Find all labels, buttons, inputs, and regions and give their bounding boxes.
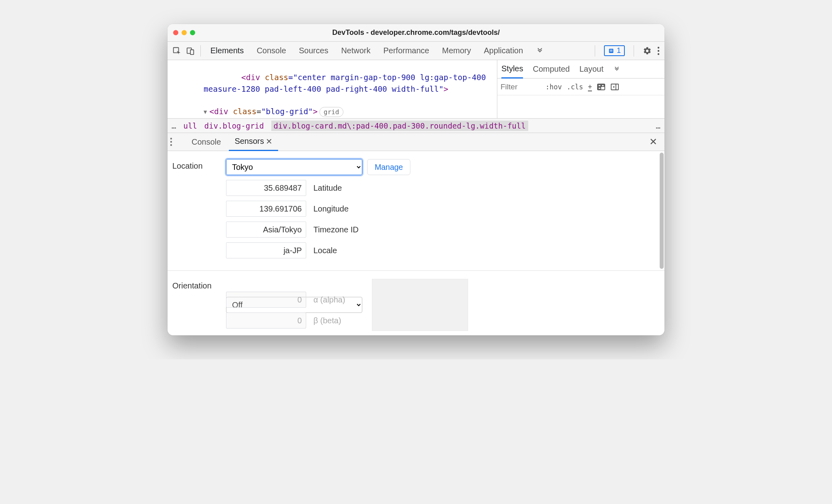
toggle-computed-sidebar-icon[interactable] [610, 83, 619, 91]
close-window-button[interactable] [173, 30, 178, 35]
issues-badge[interactable]: 1 [604, 45, 625, 56]
tab-sources[interactable]: Sources [293, 42, 335, 60]
tab-application[interactable]: Application [477, 42, 529, 60]
styles-toolbar: :hov .cls + [497, 79, 664, 95]
styles-panel: Styles Computed Layout :hov .cls + [497, 60, 664, 118]
location-select[interactable]: Tokyo [226, 159, 362, 175]
dom-tree[interactable]: <div class="center margin-gap-top-900 lg… [168, 60, 497, 118]
svg-rect-2 [190, 50, 194, 54]
svg-rect-4 [610, 50, 613, 50]
alpha-input [226, 292, 306, 308]
zoom-window-button[interactable] [190, 30, 195, 35]
breadcrumb-item-selected[interactable]: div.blog-card.md\:pad-400.pad-300.rounde… [271, 121, 528, 131]
svg-rect-10 [598, 85, 601, 87]
location-section: Location Tokyo Manage Latitude Longitude [172, 159, 660, 258]
cls-toggle[interactable]: .cls [567, 83, 583, 91]
breadcrumb-item[interactable]: div.blog-grid [204, 121, 264, 130]
longitude-label: Longitude [313, 204, 349, 214]
locale-label: Locale [313, 246, 337, 255]
breadcrumb-overflow-left[interactable]: … [172, 121, 176, 130]
svg-point-17 [170, 144, 172, 146]
latitude-label: Latitude [313, 183, 342, 193]
svg-point-8 [658, 53, 659, 54]
beta-label: β (beta) [313, 316, 341, 325]
more-menu-icon[interactable] [657, 46, 660, 55]
dom-breadcrumb: … ull div.blog-grid div.blog-card.md\:pa… [168, 118, 664, 133]
drawer-tab-label: Sensors [234, 137, 264, 146]
timezone-input[interactable] [226, 222, 306, 238]
tab-console[interactable]: Console [250, 42, 292, 60]
beta-input [226, 312, 306, 329]
svg-point-15 [170, 138, 172, 139]
longitude-input[interactable] [226, 201, 306, 217]
tab-layout[interactable]: Layout [580, 60, 604, 79]
drawer-more-icon[interactable] [170, 137, 184, 146]
flex-editor-icon[interactable] [597, 83, 606, 91]
more-tabs-icon[interactable] [613, 60, 620, 79]
issues-count: 1 [617, 46, 621, 55]
styles-filter-input[interactable] [501, 83, 541, 91]
tab-performance[interactable]: Performance [377, 42, 436, 60]
close-tab-icon[interactable]: ✕ [264, 137, 273, 146]
orientation-section: Orientation Off α (alpha) β (beta) [172, 279, 660, 329]
close-drawer-icon[interactable]: ✕ [649, 136, 662, 147]
panel-tabs: Elements Console Sources Network Perform… [204, 42, 592, 60]
breadcrumb-overflow-right[interactable]: … [656, 121, 660, 130]
elements-split: <div class="center margin-gap-top-900 lg… [168, 60, 664, 118]
tab-styles[interactable]: Styles [501, 60, 523, 79]
device-toolbar-icon[interactable] [184, 44, 197, 58]
titlebar: DevTools - developer.chrome.com/tags/dev… [168, 24, 664, 42]
drawer-tab-console[interactable]: Console [186, 133, 226, 151]
disclosure-triangle-icon[interactable]: ▼ [204, 108, 207, 116]
svg-point-6 [658, 46, 659, 48]
toolbar-separator [200, 45, 201, 56]
class-attr-value: "blog-grid" [261, 107, 313, 116]
toolbar-separator [595, 45, 595, 56]
drawer-tab-sensors[interactable]: Sensors ✕ [229, 133, 278, 151]
section-divider [168, 270, 664, 271]
hov-toggle[interactable]: :hov [545, 83, 562, 91]
svg-rect-11 [602, 85, 604, 87]
tab-memory[interactable]: Memory [436, 42, 477, 60]
inspect-element-icon[interactable] [170, 44, 184, 58]
tab-computed[interactable]: Computed [533, 60, 569, 79]
svg-rect-12 [598, 87, 601, 89]
orientation-label: Orientation [172, 279, 226, 290]
devtools-window: DevTools - developer.chrome.com/tags/dev… [168, 24, 664, 335]
traffic-lights [173, 30, 195, 35]
manage-locations-button[interactable]: Manage [367, 159, 410, 175]
toolbar-right: 1 [592, 45, 662, 56]
minimize-window-button[interactable] [182, 30, 187, 35]
toolbar-separator [634, 45, 634, 56]
more-tabs-icon[interactable] [529, 42, 550, 60]
window-title: DevTools - developer.chrome.com/tags/dev… [168, 28, 664, 37]
svg-point-16 [170, 141, 172, 143]
styles-tabs: Styles Computed Layout [497, 60, 664, 79]
grid-badge[interactable]: grid [319, 107, 344, 117]
new-style-rule-icon[interactable]: + [588, 83, 592, 91]
svg-point-7 [658, 50, 659, 51]
sensors-panel: Location Tokyo Manage Latitude Longitude [168, 151, 664, 335]
alpha-label: α (alpha) [313, 295, 345, 304]
timezone-label: Timezone ID [313, 225, 359, 234]
tab-network[interactable]: Network [335, 42, 377, 60]
location-label: Location [172, 159, 226, 171]
locale-input[interactable] [226, 242, 306, 258]
breadcrumb-item[interactable]: ull [183, 121, 197, 130]
main-toolbar: Elements Console Sources Network Perform… [168, 42, 664, 60]
drawer-tabbar: Console Sensors ✕ ✕ [168, 133, 664, 151]
drawer-scrollbar[interactable] [660, 153, 664, 269]
tab-elements[interactable]: Elements [204, 42, 250, 60]
latitude-input[interactable] [226, 180, 306, 196]
svg-rect-5 [610, 51, 613, 51]
settings-gear-icon[interactable] [643, 46, 652, 55]
